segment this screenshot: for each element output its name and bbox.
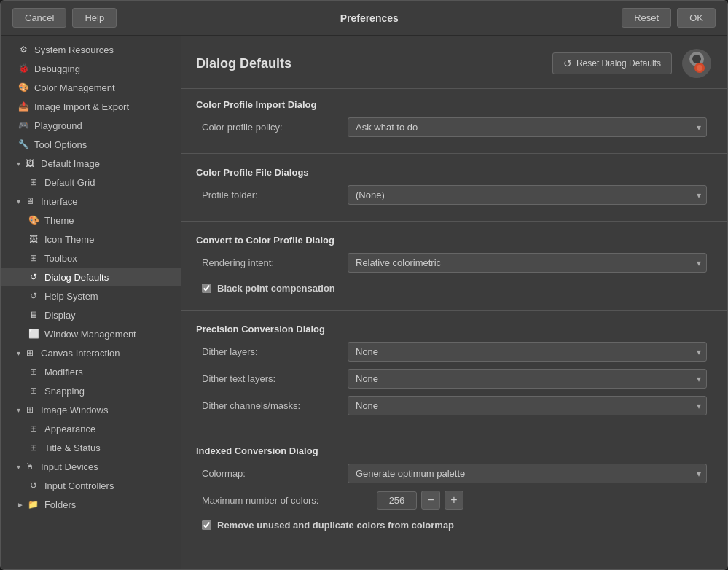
main-panel: Dialog Defaults ↺ Reset Dialog Defaults — [181, 36, 727, 569]
cancel-button[interactable]: Cancel — [12, 8, 66, 28]
section-title-color-profile-file: Color Profile File Dialogs — [196, 167, 713, 178]
section-convert-color-profile: Convert to Color Profile Dialog Renderin… — [181, 225, 727, 307]
snapping-icon: ⊞ — [27, 384, 40, 397]
checkbox-black-point[interactable] — [202, 284, 211, 293]
sidebar-item-image-import-export[interactable]: 📤 Image Import & Export — [1, 97, 181, 116]
sidebar-label-tool-options: Tool Options — [34, 139, 87, 150]
sidebar-item-snapping[interactable]: ⊞ Snapping — [1, 381, 181, 400]
sidebar-item-input-controllers[interactable]: ↺ Input Controllers — [1, 476, 181, 495]
sidebar-item-interface[interactable]: ▾ 🖥 Interface — [1, 192, 181, 211]
form-row-max-colors: Maximum number of colors: − + — [196, 491, 713, 510]
sidebar-item-toolbox[interactable]: ⊞ Toolbox — [1, 249, 181, 268]
sidebar-item-default-image[interactable]: ▾ 🖼 Default Image — [1, 154, 181, 173]
help-button[interactable]: Help — [72, 8, 117, 28]
sidebar-item-dialog-defaults[interactable]: ↺ Dialog Defaults — [1, 268, 181, 286]
input-controllers-icon: ↺ — [27, 479, 40, 492]
section-title-convert-color-profile: Convert to Color Profile Dialog — [196, 235, 713, 246]
sidebar-label-appearance: Appearance — [44, 423, 95, 434]
select-profile-folder[interactable]: (None) — [348, 185, 707, 205]
sidebar-item-theme[interactable]: 🎨 Theme — [1, 211, 181, 230]
sidebar-label-toolbox: Toolbox — [44, 253, 77, 264]
control-rendering-intent: Relative colorimetric Perceptual Saturat… — [348, 253, 707, 273]
checkbox-remove-unused[interactable] — [202, 520, 211, 530]
sidebar-label-modifiers: Modifiers — [44, 367, 83, 378]
sidebar-label-image-import: Image Import & Export — [34, 101, 129, 112]
default-grid-icon: ⊞ — [27, 176, 40, 189]
select-dither-channels[interactable]: None Floyd-Steinberg (normal) Floyd-Stei… — [348, 396, 707, 415]
select-wrapper-colormap: Generate optimum palette Reuse previous … — [348, 464, 707, 483]
gimp-logo — [681, 47, 713, 79]
select-dither-text[interactable]: None Floyd-Steinberg (normal) Floyd-Stei… — [348, 369, 707, 389]
control-profile-folder: (None) — [348, 185, 707, 205]
sidebar-item-icon-theme[interactable]: 🖼 Icon Theme — [1, 230, 181, 249]
sidebar-item-input-devices[interactable]: ▾ 🖱 Input Devices — [1, 457, 181, 476]
reset-dialog-defaults-button[interactable]: ↺ Reset Dialog Defaults — [552, 52, 672, 74]
image-windows-arrow: ▾ — [17, 406, 20, 414]
title-status-icon: ⊞ — [27, 441, 40, 454]
control-dither-layers: None Floyd-Steinberg (normal) Floyd-Stei… — [348, 342, 707, 362]
label-color-profile-policy: Color profile policy: — [202, 122, 348, 133]
sidebar-label-interface: Interface — [41, 196, 78, 207]
control-dither-text: None Floyd-Steinberg (normal) Floyd-Stei… — [348, 369, 707, 389]
panel-title: Dialog Defaults — [196, 56, 291, 71]
reset-dialog-label: Reset Dialog Defaults — [576, 58, 661, 69]
input-devices-icon: 🖱 — [23, 460, 36, 473]
select-colormap[interactable]: Generate optimum palette Reuse previous … — [348, 464, 707, 483]
sidebar-item-appearance[interactable]: ⊞ Appearance — [1, 419, 181, 438]
reset-button[interactable]: Reset — [622, 8, 671, 28]
max-colors-group: − + — [377, 491, 707, 510]
select-wrapper-dither-text: None Floyd-Steinberg (normal) Floyd-Stei… — [348, 369, 707, 389]
checkbox-row-black-point: Black point compensation — [196, 280, 713, 297]
folders-icon: 📁 — [27, 498, 40, 511]
sidebar-label-window-management: Window Management — [44, 329, 136, 340]
sidebar-item-tool-options[interactable]: 🔧 Tool Options — [1, 135, 181, 154]
select-wrapper-dither-layers: None Floyd-Steinberg (normal) Floyd-Stei… — [348, 342, 707, 362]
icon-theme-icon: 🖼 — [27, 233, 40, 246]
form-row-dither-layers: Dither layers: None Floyd-Steinberg (nor… — [196, 342, 713, 362]
sidebar-item-canvas-interaction[interactable]: ▾ ⊞ Canvas Interaction — [1, 343, 181, 362]
window-title: Preferences — [340, 12, 399, 24]
control-max-colors: − + — [377, 491, 707, 510]
checkbox-row-remove-unused: Remove unused and duplicate colors from … — [196, 517, 713, 534]
interface-arrow: ▾ — [17, 198, 20, 206]
form-row-rendering-intent: Rendering intent: Relative colorimetric … — [196, 253, 713, 273]
select-dither-layers[interactable]: None Floyd-Steinberg (normal) Floyd-Stei… — [348, 342, 707, 362]
sidebar-item-window-management[interactable]: ⬜ Window Management — [1, 324, 181, 343]
svg-point-4 — [697, 65, 702, 71]
sidebar-item-system-resources[interactable]: ⚙ System Resources — [1, 40, 181, 59]
decrement-colors-button[interactable]: − — [421, 491, 440, 510]
sidebar-item-display[interactable]: 🖥 Display — [1, 305, 181, 324]
window-management-icon: ⬜ — [27, 327, 40, 340]
sidebar-item-debugging[interactable]: 🐞 Debugging — [1, 59, 181, 78]
ok-button[interactable]: OK — [677, 8, 716, 28]
default-image-icon: 🖼 — [23, 157, 36, 170]
sidebar-item-help-system[interactable]: ↺ Help System — [1, 286, 181, 305]
sidebar-item-playground[interactable]: 🎮 Playground — [1, 116, 181, 135]
label-dither-channels: Dither channels/masks: — [202, 400, 348, 411]
sidebar-label-snapping: Snapping — [44, 386, 85, 397]
section-indexed-conversion: Indexed Conversion Dialog Colormap: Gene… — [181, 435, 727, 544]
sidebar-label-display: Display — [44, 310, 76, 321]
select-rendering-intent[interactable]: Relative colorimetric Perceptual Saturat… — [348, 253, 707, 273]
main-content: ⚙ System Resources 🐞 Debugging 🎨 Color M… — [1, 36, 727, 569]
sidebar-item-title-status[interactable]: ⊞ Title & Status — [1, 438, 181, 457]
section-title-precision-conversion: Precision Conversion Dialog — [196, 324, 713, 335]
titlebar: Cancel Help Preferences Reset OK — [1, 1, 727, 36]
sidebar-item-color-management[interactable]: 🎨 Color Management — [1, 78, 181, 97]
color-management-icon: 🎨 — [17, 81, 30, 94]
label-rendering-intent: Rendering intent: — [202, 257, 348, 268]
sidebar-label-dialog-defaults: Dialog Defaults — [44, 272, 109, 283]
panel-header: Dialog Defaults ↺ Reset Dialog Defaults — [181, 36, 727, 89]
sidebar-item-image-windows[interactable]: ▾ ⊞ Image Windows — [1, 400, 181, 419]
sidebar-item-folders[interactable]: ► 📁 Folders — [1, 495, 181, 514]
input-max-colors[interactable] — [377, 491, 417, 510]
titlebar-left-buttons: Cancel Help — [12, 8, 117, 28]
playground-icon: 🎮 — [17, 119, 30, 132]
increment-colors-button[interactable]: + — [445, 491, 463, 510]
theme-icon: 🎨 — [27, 214, 40, 227]
sidebar-label-debugging: Debugging — [34, 63, 80, 74]
sidebar-label-playground: Playground — [34, 120, 82, 131]
sidebar-item-modifiers[interactable]: ⊞ Modifiers — [1, 362, 181, 381]
select-color-profile-policy[interactable]: Ask what to do Keep embedded profile Con… — [348, 117, 707, 137]
sidebar-item-default-grid[interactable]: ⊞ Default Grid — [1, 173, 181, 192]
